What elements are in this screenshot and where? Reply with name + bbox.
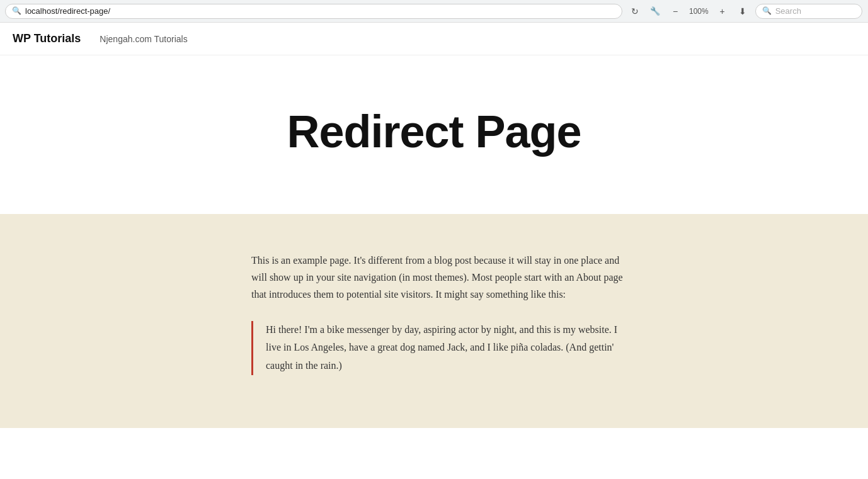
content-inner: This is an example page. It's different …: [239, 252, 629, 375]
page-hero: Redirect Page: [0, 55, 868, 214]
plus-icon: +: [720, 6, 725, 16]
site-title[interactable]: WP Tutorials: [13, 32, 81, 45]
minus-icon: −: [673, 6, 678, 16]
browser-chrome: 🔍 localhost/redirect-page/ ↻ 🔧 − 100% + …: [0, 0, 868, 23]
site-nav: WP Tutorials Njengah.com Tutorials: [0, 23, 868, 55]
zoom-in-button[interactable]: +: [714, 3, 731, 20]
browser-controls: ↻ 🔧 − 100% + ⬇: [626, 3, 751, 20]
browser-search-bar[interactable]: 🔍 Search: [755, 4, 862, 19]
address-text: localhost/redirect-page/: [25, 6, 110, 16]
search-placeholder: Search: [775, 6, 801, 16]
nav-link-tutorials[interactable]: Njengah.com Tutorials: [100, 34, 187, 44]
blockquote-text: Hi there! I'm a bike messenger by day, a…: [266, 321, 629, 375]
zoom-out-button[interactable]: −: [666, 3, 684, 20]
content-paragraph: This is an example page. It's different …: [251, 252, 629, 303]
wrench-button[interactable]: 🔧: [646, 3, 664, 20]
search-bar-icon: 🔍: [762, 6, 772, 16]
content-section: This is an example page. It's different …: [0, 214, 868, 428]
zoom-level: 100%: [687, 7, 711, 16]
download-button[interactable]: ⬇: [734, 3, 751, 20]
wrench-icon: 🔧: [650, 6, 660, 16]
address-bar[interactable]: 🔍 localhost/redirect-page/: [5, 4, 622, 19]
reload-button[interactable]: ↻: [626, 3, 644, 20]
page-title: Redirect Page: [287, 106, 581, 157]
blockquote: Hi there! I'm a bike messenger by day, a…: [251, 321, 629, 375]
search-icon: 🔍: [12, 6, 21, 16]
download-icon: ⬇: [739, 6, 746, 16]
reload-icon: ↻: [631, 6, 639, 16]
